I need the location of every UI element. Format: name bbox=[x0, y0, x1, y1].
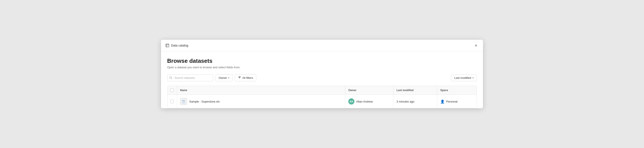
all-filters-label: All filters bbox=[242, 76, 253, 79]
row-space-cell: 👤 Personal bbox=[437, 95, 477, 108]
file-name: Sample - Superstore.xls bbox=[189, 100, 220, 103]
row-owner-cell: AA Allan Andrew bbox=[345, 95, 394, 108]
avatar: AA bbox=[348, 98, 354, 104]
modal-header: Data catalog × bbox=[161, 40, 483, 51]
sort-label: Last modified bbox=[454, 76, 471, 79]
owner-name: Allan Andrew bbox=[356, 100, 373, 103]
page-title: Browse datasets bbox=[167, 58, 477, 64]
row-last-modified-cell: 3 minutes ago bbox=[394, 95, 437, 108]
table-header-row: Name Owner Last modified Space bbox=[167, 86, 477, 95]
table-row: xls Sample - Superstore.xls AA bbox=[167, 95, 477, 108]
filter-row: Owner ▾ All filters bbox=[167, 74, 477, 81]
modal-header-left: Data catalog bbox=[166, 44, 188, 47]
row-checkbox[interactable] bbox=[170, 100, 174, 103]
row-checkbox-cell bbox=[167, 95, 177, 108]
datasets-table: Name Owner Last modified Space bbox=[167, 86, 477, 108]
owner-filter-chevron-icon: ▾ bbox=[228, 77, 229, 79]
close-button[interactable]: × bbox=[473, 43, 478, 48]
search-icon bbox=[169, 76, 172, 79]
data-catalog-icon bbox=[166, 44, 169, 47]
owner-cell: AA Allan Andrew bbox=[348, 98, 373, 104]
all-filters-button[interactable]: All filters bbox=[235, 74, 256, 81]
row-name-cell: xls Sample - Superstore.xls bbox=[177, 95, 345, 108]
th-owner: Owner bbox=[345, 86, 394, 95]
owner-filter-button[interactable]: Owner ▾ bbox=[215, 74, 233, 81]
filter-left: Owner ▾ All filters bbox=[167, 74, 256, 81]
th-last-modified: Last modified bbox=[394, 86, 437, 95]
th-checkbox bbox=[167, 86, 177, 95]
sort-button[interactable]: Last modified ▾ bbox=[451, 74, 477, 81]
file-icon: xls bbox=[180, 98, 187, 105]
sort-chevron-icon: ▾ bbox=[472, 77, 474, 79]
modal-title: Data catalog bbox=[171, 44, 188, 47]
search-input[interactable] bbox=[167, 74, 213, 81]
space-cell: 👤 Personal bbox=[440, 99, 457, 104]
th-space: Space bbox=[437, 86, 477, 95]
svg-point-3 bbox=[170, 77, 172, 79]
last-modified-value: 3 minutes ago bbox=[396, 100, 414, 103]
all-filters-icon bbox=[238, 76, 241, 79]
modal-body: Browse datasets Open a dataset you want … bbox=[161, 51, 483, 108]
search-wrapper bbox=[167, 74, 213, 81]
svg-rect-0 bbox=[166, 44, 169, 47]
page-subtitle: Open a dataset you want to browse and se… bbox=[167, 66, 477, 69]
data-catalog-modal: Data catalog × Browse datasets Open a da… bbox=[161, 40, 483, 108]
personal-space-icon: 👤 bbox=[440, 99, 445, 104]
svg-line-4 bbox=[172, 78, 172, 79]
select-all-checkbox[interactable] bbox=[170, 88, 174, 92]
space-name: Personal bbox=[446, 100, 457, 103]
th-name: Name bbox=[177, 86, 345, 95]
owner-filter-label: Owner bbox=[218, 76, 227, 79]
file-cell: xls Sample - Superstore.xls bbox=[180, 98, 220, 105]
